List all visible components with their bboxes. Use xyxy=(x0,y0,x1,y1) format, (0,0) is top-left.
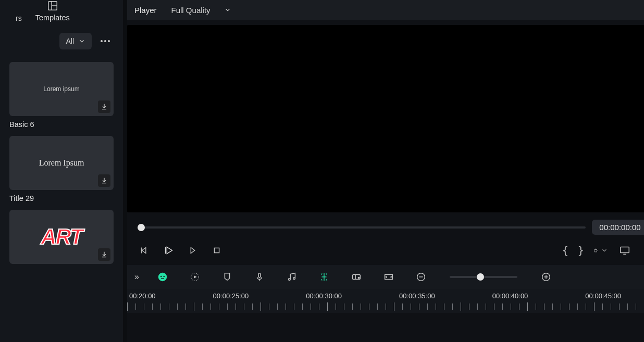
svg-line-36 xyxy=(326,280,327,281)
scrub-head[interactable] xyxy=(138,224,145,231)
player-bar: Player Full Quality xyxy=(127,0,644,20)
svg-marker-28 xyxy=(194,275,197,278)
chevron-down-icon xyxy=(224,6,231,14)
svg-line-34 xyxy=(326,274,327,275)
sidebar-tab-templates[interactable]: Templates xyxy=(35,0,70,22)
svg-line-35 xyxy=(321,280,322,281)
wrap-tool-button[interactable] xyxy=(350,270,363,284)
svg-point-39 xyxy=(358,277,360,279)
camera-button[interactable] xyxy=(641,243,644,258)
player-label: Player xyxy=(134,6,157,15)
more-options-button[interactable] xyxy=(97,33,114,49)
timeline-ruler[interactable]: 00:20:00 00:00:25:00 00:00:30:00 00:00:3… xyxy=(127,289,644,313)
svg-point-26 xyxy=(163,276,165,277)
expand-right-button[interactable]: » xyxy=(134,272,137,282)
download-button[interactable] xyxy=(98,100,110,113)
sidebar-tab-partial[interactable]: rs xyxy=(16,14,22,29)
svg-marker-11 xyxy=(142,248,146,254)
filter-dropdown[interactable]: All xyxy=(59,33,92,49)
template-card[interactable]: ART xyxy=(9,210,114,264)
zoom-in-button[interactable] xyxy=(539,270,553,284)
render-tool-button[interactable] xyxy=(317,270,331,284)
ruler-tick: 00:00:25:00 xyxy=(213,292,249,300)
chevron-down-icon xyxy=(78,37,85,45)
template-label: Title 29 xyxy=(9,194,114,202)
zoom-knob[interactable] xyxy=(477,273,484,281)
svg-rect-17 xyxy=(595,249,597,252)
zoom-slider[interactable] xyxy=(450,276,517,278)
chevron-down-icon xyxy=(601,247,608,254)
crop-dropdown[interactable] xyxy=(593,243,608,258)
template-card[interactable]: Lorem ipsum Basic 6 xyxy=(9,62,114,129)
zoom-out-button[interactable] xyxy=(414,270,428,284)
quality-dropdown[interactable]: Full Quality xyxy=(166,4,237,17)
scrub-track[interactable] xyxy=(138,226,586,229)
template-label: Basic 6 xyxy=(9,120,114,129)
display-button[interactable] xyxy=(617,243,632,258)
svg-line-33 xyxy=(321,274,322,275)
template-card[interactable]: Lorem Ipsum Title 29 xyxy=(9,136,114,202)
play-button[interactable] xyxy=(162,243,176,258)
mark-in-button[interactable]: { xyxy=(562,244,568,257)
stop-button[interactable] xyxy=(209,243,224,258)
voiceover-tool-button[interactable] xyxy=(253,270,266,284)
download-button[interactable] xyxy=(98,174,110,187)
download-button[interactable] xyxy=(98,248,110,261)
svg-rect-29 xyxy=(258,273,261,277)
ruler-tick: 00:00:35:00 xyxy=(399,292,435,300)
templates-sidebar: rs Templates All Lorem ipsum xyxy=(0,0,123,342)
timeline-toolbar: » xyxy=(127,265,644,289)
svg-point-24 xyxy=(158,273,167,282)
audio-tool-button[interactable] xyxy=(285,270,299,284)
templates-icon xyxy=(47,0,58,11)
svg-point-31 xyxy=(293,277,295,280)
ruler-tick: 00:00:40:00 xyxy=(492,292,528,300)
keyframe-tool-button[interactable] xyxy=(188,270,202,284)
ai-tool-button[interactable] xyxy=(156,270,169,284)
playback-controls: { } xyxy=(127,240,644,265)
marker-tool-button[interactable] xyxy=(220,270,234,284)
ruler-tick: 00:00:30:00 xyxy=(306,292,342,300)
ruler-tick: 00:00:45:00 xyxy=(585,292,621,300)
svg-rect-16 xyxy=(214,248,219,252)
prev-frame-button[interactable] xyxy=(138,243,152,258)
current-time: 00:00:00:00 xyxy=(592,220,644,235)
mark-out-button[interactable]: } xyxy=(578,244,584,257)
templates-list[interactable]: Lorem ipsum Basic 6 Lorem Ipsum Title 29 xyxy=(0,54,123,342)
download-icon xyxy=(101,103,108,110)
svg-marker-15 xyxy=(191,248,194,254)
more-icon xyxy=(101,40,110,42)
scrub-bar[interactable]: 00:00:00:00 / 00:00:13:07 xyxy=(138,220,644,235)
video-preview[interactable] xyxy=(127,25,644,212)
svg-rect-18 xyxy=(620,247,629,253)
fit-tool-button[interactable] xyxy=(382,270,395,284)
next-frame-button[interactable] xyxy=(185,243,200,258)
download-icon xyxy=(101,251,108,258)
svg-point-25 xyxy=(160,276,162,277)
download-icon xyxy=(101,177,108,184)
svg-point-30 xyxy=(288,278,290,281)
ruler-tick: 00:20:00 xyxy=(129,292,156,300)
svg-marker-13 xyxy=(167,247,172,254)
